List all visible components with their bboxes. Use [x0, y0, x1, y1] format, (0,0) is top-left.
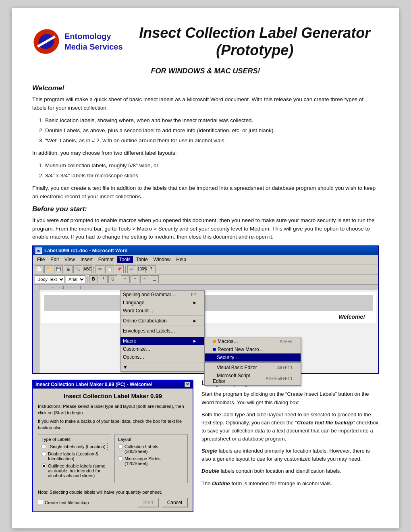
- tb-sep1: [93, 266, 94, 273]
- tb-save[interactable]: 💾: [54, 265, 63, 273]
- tb-new[interactable]: 📄: [35, 265, 44, 273]
- lm-btn-row: Start Cancel: [137, 498, 188, 507]
- tb-paste[interactable]: 📌: [115, 265, 124, 273]
- lm-checkbox-row[interactable]: Create text file backup: [38, 500, 89, 505]
- lm-title: Insect Collection Label Maker 0.99: [38, 393, 188, 399]
- tools-options[interactable]: Options…: [120, 353, 204, 361]
- lm-bottom-row: Note: Selecting double labels will halve…: [38, 486, 188, 495]
- tb-italic[interactable]: I: [99, 275, 108, 283]
- tools-sep4: [120, 362, 204, 362]
- lm-note: Note: Selecting double labels will halve…: [38, 490, 162, 495]
- lm-layout-microscope-sub: (120/Sheet): [125, 461, 147, 466]
- page: Entomology Media Services Insect Collect…: [12, 8, 399, 528]
- word-titlebar: W Label b099 rc1.doc - Microsoft Word: [33, 246, 378, 255]
- font-select[interactable]: Arial: [66, 275, 85, 283]
- tb-underline[interactable]: U: [108, 275, 117, 283]
- tb-print[interactable]: 🖨: [64, 265, 73, 273]
- before-start-section: Before you start: If you were not prompt…: [32, 205, 379, 242]
- tools-macro[interactable]: Macro Macros… Alt+F8 Record New Macro…: [120, 337, 204, 345]
- list-item: Museum collection labels, roughly 5/8" w…: [45, 162, 379, 170]
- subtitle: FOR WINDOWS & MAC USERS!: [32, 67, 379, 75]
- lm-layout-collection[interactable]: Collection Labels (300/Sheet): [118, 444, 184, 454]
- tb-copy[interactable]: 📋: [105, 265, 114, 273]
- tb-spell[interactable]: ABC: [83, 265, 92, 273]
- word-menubar: File Edit View Insert Format Tools Table…: [33, 255, 378, 264]
- lm-layout-collection-label: Collection Labels: [125, 444, 158, 449]
- lm-type-double[interactable]: Double labels (Location & Identification…: [42, 451, 108, 461]
- menu-table[interactable]: Table: [134, 256, 150, 263]
- lm-layout-collection-sub: (300/Sheet): [125, 449, 147, 454]
- lm-layout-group: Layout: Collection Labels (300/Sheet): [114, 434, 188, 483]
- using-para1: Start the program by clicking on the “Cr…: [201, 390, 379, 406]
- logo-icon: [32, 27, 60, 56]
- tools-more[interactable]: ▼: [120, 363, 204, 371]
- tools-sep3: [120, 336, 204, 336]
- tb-open[interactable]: 📂: [44, 265, 53, 273]
- using-para3: Single labels are intended primarily for…: [201, 447, 379, 463]
- tools-customize[interactable]: Customize…: [120, 345, 204, 353]
- lm-radio-double[interactable]: [42, 451, 46, 456]
- tools-collaboration[interactable]: Online Collaboration: [120, 317, 204, 325]
- lm-type-outlined[interactable]: Outlined double labels (same as double, …: [42, 463, 108, 478]
- tb-undo[interactable]: ↩: [127, 265, 136, 273]
- tools-spelling[interactable]: Spelling and Grammar… F7: [120, 291, 204, 299]
- lm-checkbox-label: Create text file backup: [45, 500, 89, 505]
- tb-align-left[interactable]: ≡: [121, 275, 130, 283]
- lm-radio-outlined[interactable]: [42, 463, 46, 468]
- macro-submenu[interactable]: Macros… Alt+F8 Record New Macro… Securit…: [204, 337, 301, 386]
- menu-tools[interactable]: Tools: [117, 256, 133, 263]
- menu-file[interactable]: File: [35, 256, 47, 263]
- menu-format[interactable]: Format: [96, 256, 116, 263]
- word-window-title: Label b099 rc1.doc - Microsoft Word: [44, 248, 127, 254]
- menu-insert[interactable]: Insert: [78, 256, 95, 263]
- tb-zoom[interactable]: 100%: [137, 265, 146, 273]
- macro-bullet-blue: [213, 348, 216, 351]
- using-program-section: Using this program: Start the program by…: [201, 380, 379, 512]
- tb-cut[interactable]: ✂: [95, 265, 104, 273]
- main-title: Insect Collection Label Generator (Proto…: [131, 24, 379, 59]
- list-item: 3/4" x 3/4" labels for microscope slides: [45, 172, 379, 180]
- menu-help[interactable]: Help: [174, 256, 189, 263]
- before-start-text: If you were not prompted to enable macro…: [32, 216, 379, 242]
- lm-checkbox[interactable]: [38, 500, 43, 505]
- lm-layout-microscope[interactable]: Microscope Slides (120/Sheet): [118, 456, 184, 466]
- menu-view[interactable]: View: [62, 256, 77, 263]
- label-maker-close[interactable]: ✕: [185, 382, 190, 387]
- macro-record[interactable]: Record New Macro…: [205, 345, 301, 353]
- label-maker-title-text: Insect Collection Label Maker 0.99 (PC) …: [35, 382, 153, 387]
- menu-edit[interactable]: Edit: [48, 256, 61, 263]
- tb-align-center[interactable]: ≡: [131, 275, 139, 283]
- lm-type-single-label: Single labels only (Location): [48, 444, 108, 449]
- lm-start-button[interactable]: Start: [137, 498, 159, 507]
- lm-type-single[interactable]: Single labels only (Location): [42, 444, 108, 449]
- macro-macros[interactable]: Macros… Alt+F8: [205, 337, 301, 345]
- tools-language[interactable]: Language: [120, 299, 204, 307]
- bottom-section: Insect Collection Label Maker 0.99 (PC) …: [32, 380, 379, 512]
- macro-security[interactable]: Security…: [205, 353, 301, 362]
- tb-bold[interactable]: B: [89, 275, 98, 283]
- lm-radio-collection[interactable]: [118, 444, 123, 449]
- tools-envelopes[interactable]: Envelopes and Labels…: [120, 327, 204, 335]
- using-para4: Double labels contain both location and …: [201, 467, 379, 475]
- lm-radio-single[interactable]: [42, 444, 46, 449]
- menu-window[interactable]: Window: [151, 256, 173, 263]
- tools-sep1: [120, 316, 204, 316]
- lm-radio-microscope[interactable]: [118, 456, 123, 461]
- macro-vbe[interactable]: Visual Basic Editor Alt+F11: [205, 364, 301, 372]
- style-select[interactable]: Body Text: [35, 275, 65, 283]
- welcome-list1: Basic location labels, showing where, wh…: [45, 116, 379, 145]
- tb-bullets[interactable]: ☰: [150, 275, 159, 283]
- welcome-title: Welcome!: [32, 84, 379, 92]
- ruler: · · 2 · · · 3 · · ·: [39, 285, 378, 290]
- word-window: W Label b099 rc1.doc - Microsoft Word Fi…: [32, 245, 379, 374]
- tb-help[interactable]: ?: [147, 265, 156, 273]
- tb-preview[interactable]: 🔍: [73, 265, 82, 273]
- using-para2: Both the label type and label layout nee…: [201, 411, 379, 443]
- macro-mse[interactable]: Microsoft Script Editor Alt+Shift+F11: [205, 372, 301, 385]
- welcome-finally: Finally, you can create a text file in a…: [32, 184, 379, 201]
- tb-align-right[interactable]: ≡: [140, 275, 149, 283]
- tools-wordcount[interactable]: Word Count…: [120, 307, 204, 315]
- lm-cancel-button[interactable]: Cancel: [162, 498, 188, 507]
- lm-instruction2: If you wish to make a backup of your lab…: [38, 418, 188, 431]
- tools-dropdown[interactable]: Spelling and Grammar… F7 Language Word C…: [120, 290, 205, 372]
